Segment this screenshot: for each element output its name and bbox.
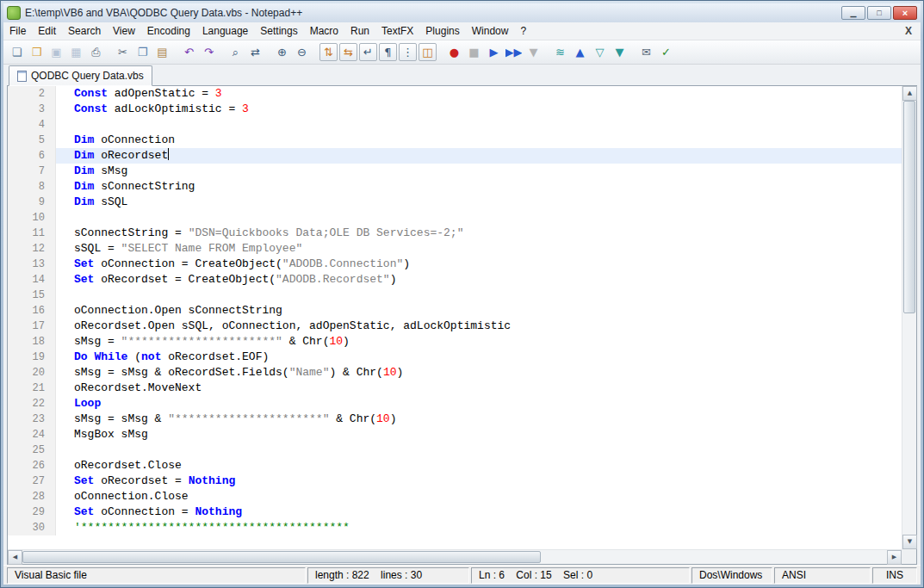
- line-number[interactable]: 15: [8, 288, 56, 303]
- code-line-8[interactable]: 8Dim sConnectString: [8, 179, 902, 195]
- macro-save-icon[interactable]: ▼: [524, 43, 543, 61]
- textfx-outline-icon[interactable]: ▽: [591, 43, 609, 61]
- macro-stop-icon[interactable]: ■: [465, 43, 483, 61]
- menu-close-x[interactable]: X: [896, 22, 921, 40]
- line-number[interactable]: 23: [8, 412, 56, 427]
- scroll-up-arrow-icon[interactable]: ▲: [902, 86, 917, 101]
- macro-run-multiple-icon[interactable]: ▶▶: [505, 43, 523, 61]
- user-define-dialog-icon[interactable]: ◫: [419, 43, 437, 61]
- code-line-14[interactable]: 14Set oRecordset = CreateObject("ADODB.R…: [8, 272, 902, 288]
- find-icon[interactable]: ⌕: [226, 43, 245, 61]
- code-line-3[interactable]: 3Const adLockOptimistic = 3: [8, 102, 902, 117]
- line-number[interactable]: 19: [8, 350, 56, 365]
- code-line-29[interactable]: 29Set oConnection = Nothing: [8, 504, 902, 520]
- line-number[interactable]: 20: [8, 365, 56, 381]
- code-line-13[interactable]: 13Set oConnection = CreateObject("ADODB.…: [8, 257, 902, 272]
- line-number[interactable]: 30: [8, 520, 56, 535]
- menu-textfx[interactable]: TextFX: [375, 22, 419, 40]
- macro-record-icon[interactable]: ●: [445, 43, 463, 61]
- code-line-16[interactable]: 16oConnection.Open sConnectString: [8, 303, 902, 319]
- line-number[interactable]: 2: [8, 86, 56, 102]
- notepadpp-logo-icon[interactable]: [7, 6, 21, 20]
- code-line-17[interactable]: 17oRecordset.Open sSQL, oConnection, adO…: [8, 319, 902, 334]
- line-number[interactable]: 18: [8, 334, 56, 350]
- tab-qodbc-query-data[interactable]: QODBC Query Data.vbs: [9, 65, 152, 86]
- horizontal-scrollbar[interactable]: ◀ ▶: [8, 549, 902, 564]
- menu-window[interactable]: Window: [466, 22, 515, 40]
- email-icon[interactable]: ✉: [637, 43, 655, 61]
- show-all-characters-icon[interactable]: ¶: [379, 43, 397, 61]
- menu-file[interactable]: File: [3, 22, 32, 40]
- line-number[interactable]: 9: [8, 195, 56, 210]
- line-number[interactable]: 26: [8, 458, 56, 473]
- line-number[interactable]: 27: [8, 473, 56, 489]
- line-number[interactable]: 4: [8, 117, 56, 133]
- menu-edit[interactable]: Edit: [32, 22, 62, 40]
- line-number[interactable]: 8: [8, 179, 56, 195]
- save-all-icon[interactable]: ▦: [67, 43, 85, 61]
- menu-search[interactable]: Search: [62, 22, 107, 40]
- line-number[interactable]: 28: [8, 489, 56, 504]
- line-number[interactable]: 29: [8, 504, 56, 520]
- code-line-2[interactable]: 2Const adOpenStatic = 3: [8, 86, 902, 102]
- code-line-15[interactable]: 15: [8, 288, 902, 303]
- code-line-9[interactable]: 9Dim sSQL: [8, 195, 902, 210]
- code-line-11[interactable]: 11sConnectString = "DSN=Quickbooks Data;…: [8, 226, 902, 241]
- line-number[interactable]: 14: [8, 272, 56, 288]
- scroll-down-arrow-icon[interactable]: ▼: [902, 535, 917, 549]
- maximize-button[interactable]: □: [867, 6, 891, 20]
- menu-settings[interactable]: Settings: [254, 22, 303, 40]
- zoom-out-icon[interactable]: ⊖: [293, 43, 311, 61]
- save-icon[interactable]: ▣: [47, 43, 65, 61]
- line-number[interactable]: 17: [8, 319, 56, 334]
- line-number[interactable]: 12: [8, 241, 56, 257]
- line-number[interactable]: 13: [8, 257, 56, 272]
- minimize-button[interactable]: ▁: [841, 6, 865, 20]
- word-wrap-icon[interactable]: ↵: [359, 43, 377, 61]
- line-number[interactable]: 16: [8, 303, 56, 319]
- status-insert-mode[interactable]: INS: [872, 567, 917, 584]
- code-line-28[interactable]: 28oConnection.Close: [8, 489, 902, 504]
- code-line-5[interactable]: 5Dim oConnection: [8, 133, 902, 148]
- code-line-21[interactable]: 21oRecordset.MoveNext: [8, 381, 902, 396]
- sync-horizontal-scroll-icon[interactable]: ⇆: [339, 43, 357, 61]
- redo-icon[interactable]: ↷: [200, 43, 218, 61]
- textfx-characters-icon[interactable]: ≋: [551, 43, 569, 61]
- code-line-4[interactable]: 4: [8, 117, 902, 133]
- code-line-10[interactable]: 10: [8, 210, 902, 226]
- code-line-18[interactable]: 18sMsg = "**********************" & Chr(…: [8, 334, 902, 350]
- paste-icon[interactable]: ▤: [153, 43, 171, 61]
- code-line-22[interactable]: 22Loop: [8, 396, 902, 412]
- sync-vertical-scroll-icon[interactable]: ⇅: [319, 43, 338, 61]
- code-line-6[interactable]: 6Dim oRecordset: [8, 148, 902, 164]
- textfx-sort-icon[interactable]: ▼: [611, 43, 629, 61]
- line-number[interactable]: 21: [8, 381, 56, 396]
- menu-plugins[interactable]: Plugins: [419, 22, 465, 40]
- menu-encoding[interactable]: Encoding: [141, 22, 196, 40]
- line-number[interactable]: 7: [8, 164, 56, 179]
- spell-check-icon[interactable]: ✓: [657, 43, 675, 61]
- code-line-23[interactable]: 23sMsg = sMsg & "**********************"…: [8, 412, 902, 427]
- menu-macro[interactable]: Macro: [304, 22, 344, 40]
- vertical-scrollbar[interactable]: ▲ ▼: [902, 86, 916, 549]
- new-file-icon[interactable]: ❏: [8, 43, 26, 61]
- line-number[interactable]: 22: [8, 396, 56, 412]
- line-number[interactable]: 6: [8, 148, 56, 164]
- menu-run[interactable]: Run: [344, 22, 375, 40]
- code-line-27[interactable]: 27Set oRecordset = Nothing: [8, 473, 902, 489]
- title-bar[interactable]: E:\temp\VB6 and VBA\QODBC Query Data.vbs…: [3, 3, 921, 22]
- vertical-scroll-thumb[interactable]: [903, 101, 915, 313]
- find-replace-icon[interactable]: ⇄: [246, 43, 264, 61]
- macro-play-icon[interactable]: ▶: [485, 43, 503, 61]
- code-line-26[interactable]: 26oRecordset.Close: [8, 458, 902, 473]
- code-line-25[interactable]: 25: [8, 443, 902, 458]
- code-line-30[interactable]: 30'*************************************…: [8, 520, 902, 535]
- show-indent-guide-icon[interactable]: ⋮: [399, 43, 417, 61]
- menu-help[interactable]: ?: [514, 22, 532, 40]
- undo-icon[interactable]: ↶: [180, 43, 198, 61]
- copy-icon[interactable]: ❐: [133, 43, 152, 61]
- menu-language[interactable]: Language: [196, 22, 254, 40]
- cut-icon[interactable]: ✂: [114, 43, 132, 61]
- line-number[interactable]: 5: [8, 133, 56, 148]
- code-area[interactable]: 2Const adOpenStatic = 33Const adLockOpti…: [8, 86, 902, 549]
